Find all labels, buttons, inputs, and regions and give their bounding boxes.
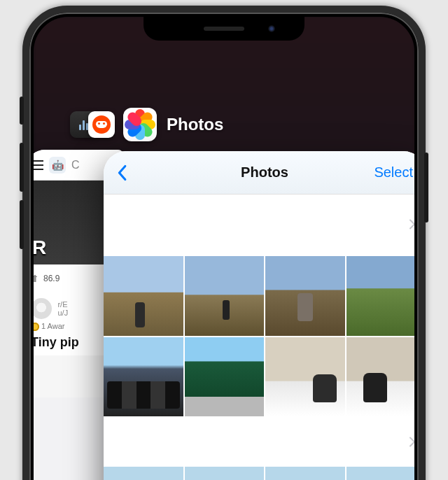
photo-thumbnail[interactable]	[104, 256, 183, 336]
reddit-search-letter: C	[71, 159, 80, 171]
photos-nav-bar: Photos Select	[104, 151, 414, 195]
app-card-title: Photos	[167, 115, 223, 134]
notch	[144, 17, 304, 41]
chevron-right-icon	[409, 218, 414, 234]
photos-grid-row-3	[104, 467, 414, 480]
select-button[interactable]: Select	[374, 164, 413, 181]
volume-up-button	[20, 143, 24, 192]
photo-thumbnail[interactable]	[346, 337, 415, 417]
background-app-icons	[70, 111, 115, 138]
reddit-hero-letter: R	[34, 237, 46, 259]
back-button[interactable]	[116, 164, 127, 181]
app-card-photos[interactable]: Photos Select	[104, 151, 414, 480]
photos-section-header[interactable]	[104, 418, 414, 467]
photo-thumbnail[interactable]	[104, 337, 183, 417]
photo-thumbnail[interactable]	[346, 467, 415, 480]
mute-switch	[20, 97, 24, 125]
reddit-icon	[88, 111, 115, 138]
side-button	[424, 153, 428, 223]
photos-nav-title: Photos	[241, 164, 288, 181]
photo-thumbnail[interactable]	[346, 256, 415, 336]
award-coin-icon	[34, 323, 39, 331]
app-card-header-photos: Photos	[123, 108, 223, 141]
photos-section-header[interactable]	[104, 195, 414, 256]
photos-grid-row-1	[104, 256, 414, 337]
front-camera	[268, 25, 275, 32]
photos-grid-row-2	[104, 337, 414, 418]
volume-down-button	[20, 200, 24, 249]
reddit-avatar-icon[interactable]: 🤖	[49, 157, 66, 174]
photo-thumbnail[interactable]	[265, 256, 345, 336]
post-meta: r/E u/J	[57, 300, 68, 317]
photo-thumbnail[interactable]	[185, 256, 265, 336]
post-avatar	[34, 298, 52, 319]
photo-thumbnail[interactable]	[104, 467, 183, 480]
iphone-frame: 🤖 C R ⬆ 86.9 r/E u/J	[22, 6, 426, 480]
chevron-right-icon	[409, 435, 414, 451]
photo-thumbnail[interactable]	[185, 337, 265, 417]
app-switcher[interactable]: 🤖 C R ⬆ 86.9 r/E u/J	[34, 17, 414, 480]
earpiece-speaker	[204, 27, 244, 31]
photo-thumbnail[interactable]	[265, 337, 345, 417]
upvote-icon[interactable]: ⬆	[34, 273, 39, 284]
phone-screen: 🤖 C R ⬆ 86.9 r/E u/J	[34, 17, 414, 480]
photos-app-icon	[123, 108, 157, 141]
photo-thumbnail[interactable]	[185, 467, 265, 480]
menu-icon[interactable]	[34, 160, 43, 170]
upvote-count: 86.9	[43, 274, 59, 283]
chevron-left-icon	[116, 164, 127, 181]
photo-thumbnail[interactable]	[265, 467, 345, 480]
